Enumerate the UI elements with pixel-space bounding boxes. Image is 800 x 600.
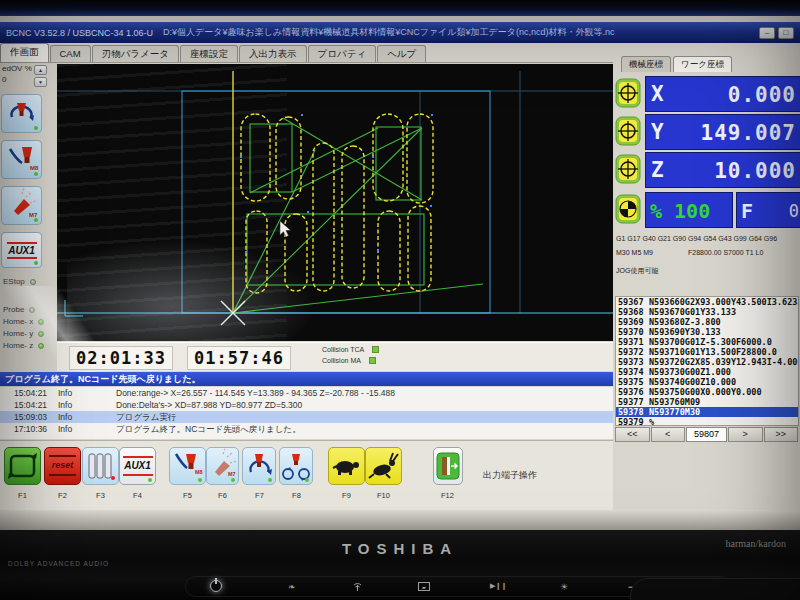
left-sidebar: edOV % 0 ▲ ▼ M8 <box>0 64 56 364</box>
gcode-line[interactable]: 59370N593690Y30.133 <box>616 327 798 337</box>
aux1-button[interactable]: AUX1 <box>1 232 42 268</box>
led <box>34 218 38 222</box>
line-number-input[interactable]: 59807 <box>686 427 727 442</box>
relays-icon <box>83 448 118 484</box>
f4-label: F4 <box>119 491 156 500</box>
tab-operation-screen[interactable]: 作画面 <box>0 43 49 62</box>
harman-kardon-logo: harman/kardon <box>725 538 786 549</box>
dro-z-value: 10.000 <box>714 159 796 183</box>
timer-strip: 02:01:33 01:57:46 Collision TCA Collisio… <box>57 342 613 371</box>
maximize-button[interactable]: □ <box>778 27 794 39</box>
zero-y-button[interactable] <box>615 116 641 146</box>
gcode-line[interactable]: 59368N593670G01Y33.133 <box>616 307 798 317</box>
reset-button[interactable]: reset <box>44 447 81 485</box>
log-row-selected[interactable]: 15:09:03Infoプログラム実行 <box>0 411 613 423</box>
gcode-line[interactable]: 59377N593760M09 <box>616 397 798 407</box>
gcode-line[interactable]: 59371N593700G01Z-5.300F6000.0 <box>616 337 798 347</box>
log-row[interactable]: 15:04:21InfoDone:Delta's-> XD=87.988 YD=… <box>0 399 613 411</box>
mist-m7-button[interactable]: M7 <box>1 186 42 225</box>
led <box>34 172 38 176</box>
tab-work-coords[interactable]: ワーク座標 <box>673 56 732 72</box>
probe-cycle-button[interactable] <box>279 447 313 485</box>
app-version-title: BCNC V3.52.8 / USBCNC-34 1.06-U <box>6 28 153 38</box>
gcode-line[interactable]: 59379% <box>616 417 798 426</box>
coolant-toggle-button[interactable]: M8 <box>169 447 206 485</box>
f12-label: F12 <box>429 491 466 500</box>
output-relays-button[interactable] <box>82 447 119 485</box>
feed-override-value: 0 <box>2 75 6 84</box>
spindle-rotate-button[interactable] <box>1 94 42 133</box>
tab-io-display[interactable]: 入出力表示 <box>239 45 307 62</box>
collision-tca-label: Collision TCA <box>322 346 364 353</box>
eco-leaf-icon: ❧ <box>288 582 296 592</box>
led <box>198 478 202 482</box>
led <box>231 478 235 482</box>
home-y-led <box>38 331 44 337</box>
estop-indicator: EStop <box>3 277 36 286</box>
gcode-line[interactable]: 59367N593660G2X93.000Y43.500I3.623J3.623 <box>616 297 798 307</box>
aux1-toolbar-label: AUX1 <box>120 460 155 471</box>
dro-z-display: Z 10.000 <box>645 152 800 188</box>
tab-help[interactable]: ヘルプ <box>377 45 426 62</box>
aux1-stripe <box>7 257 37 259</box>
slow-speed-button[interactable] <box>328 447 365 485</box>
home-x-indicator: Home- x <box>3 317 44 326</box>
datum-icon[interactable] <box>615 194 641 224</box>
reset-label: reset <box>45 460 80 470</box>
spinner-down-button[interactable]: ▼ <box>34 77 47 87</box>
gcode-line[interactable]: 59376N593750G00X0.000Y0.000 <box>616 387 798 397</box>
log-row[interactable]: 15:04:21InfoDone:range-> X=26.557 - 114.… <box>0 387 613 399</box>
home-z-led <box>38 343 44 349</box>
zero-z-button[interactable] <box>615 154 641 184</box>
screen-bottom-edge <box>0 510 800 530</box>
gcode-navigation: << < 59807 > >> <box>615 427 799 442</box>
laptop-bezel-top <box>0 0 800 16</box>
fast-speed-button[interactable] <box>365 447 402 485</box>
gcode-list: 59367N593660G2X93.000Y43.500I3.623J3.623… <box>615 296 799 426</box>
log-row[interactable]: 17:10:36Infoプログラム終了。NCコード先頭へ戻りました。 <box>0 423 613 435</box>
toolpath-shapes <box>241 114 433 293</box>
dro-x-value: 0.000 <box>728 83 796 107</box>
window-titlebar: BCNC V3.52.8 / USBCNC-34 1.06-U D:¥個人データ… <box>0 22 800 43</box>
screen: BCNC V3.52.8 / USBCNC-34 1.06-U D:¥個人データ… <box>0 16 800 530</box>
toolpath-viewport[interactable] <box>57 64 613 341</box>
estop-led <box>30 279 36 285</box>
svg-text:M8: M8 <box>30 165 39 171</box>
tab-tool-parameters[interactable]: 刃物パラメータ <box>92 45 179 62</box>
zero-x-button[interactable] <box>615 78 641 108</box>
coolant-m8-button[interactable]: M8 <box>1 140 42 179</box>
dro-z-axis-label: Z <box>651 158 664 182</box>
spindle-toggle-button[interactable] <box>242 447 276 485</box>
last-page-button[interactable]: >> <box>764 427 799 442</box>
prev-page-button[interactable]: < <box>651 427 686 442</box>
first-page-button[interactable]: << <box>615 427 650 442</box>
exit-button[interactable] <box>433 447 463 485</box>
spinner-up-button[interactable]: ▲ <box>34 65 47 75</box>
collision-tca-indicator: Collision TCA <box>322 346 379 353</box>
led <box>34 261 38 265</box>
jog-status: JOG使用可能 <box>616 266 658 276</box>
gcode-line[interactable]: 59372N593710G01Y13.500F28800.0 <box>616 347 798 357</box>
tab-machine-coords[interactable]: 機械座標 <box>621 56 671 72</box>
tab-coordinate-settings[interactable]: 座標設定 <box>180 45 238 62</box>
tab-properties[interactable]: プロパティ <box>308 45 377 62</box>
file-path-title: D:¥個人データ¥趣味お楽しみ情報資料¥機械道具材料情報¥CNCファイル類¥加工… <box>163 26 756 39</box>
tab-cam[interactable]: CAM <box>50 45 91 62</box>
gcode-line[interactable]: 59375N593740G00Z10.000 <box>616 377 798 387</box>
modal-mcodes: M30 M5 M9 <box>616 249 653 256</box>
aux1-stripe <box>123 474 153 476</box>
aux1-toolbar-button[interactable]: AUX1 <box>119 447 156 485</box>
aux1-stripe <box>123 456 153 458</box>
gcode-line-selected[interactable]: 59378N593770M30 <box>616 407 798 417</box>
gcode-line[interactable]: 59374N593730G00Z1.000 <box>616 367 798 377</box>
mist-toggle-button[interactable]: M7 <box>206 447 239 485</box>
override-percent-value: % 100 <box>650 199 710 223</box>
minimize-button[interactable]: – <box>759 27 775 39</box>
dro-x-display: X 0.000 <box>645 76 800 112</box>
gcode-line[interactable]: 59373N593720G2X85.039Y12.943I-4.000J0.00… <box>616 357 798 367</box>
gcode-line[interactable]: 59369N593680Z-3.800 <box>616 317 798 327</box>
cycle-start-button[interactable] <box>4 447 41 485</box>
power-icon <box>210 580 222 592</box>
next-page-button[interactable]: > <box>728 427 763 442</box>
dro-x: X 0.000 <box>615 76 799 112</box>
